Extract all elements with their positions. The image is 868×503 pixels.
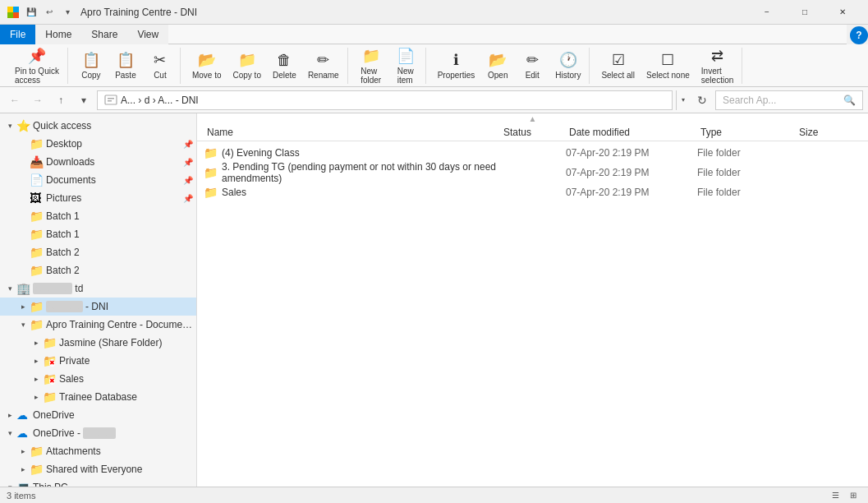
invert-button[interactable]: ⇄ Invertselection <box>696 48 738 84</box>
select-all-icon: ☑ <box>612 51 625 69</box>
rename-icon: ✏ <box>317 51 329 69</box>
paste-button[interactable]: 📋 Paste <box>109 48 142 84</box>
address-field[interactable]: A... › d › A... - DNI <box>97 90 673 110</box>
sidebar-item-trainee-db[interactable]: ▸ 📁 Trainee Database <box>0 388 196 406</box>
table-row[interactable]: 📁 Sales 07-Apr-20 2:19 PM File folder <box>197 182 868 202</box>
address-dropdown-button[interactable]: ▾ <box>676 90 689 110</box>
file-name-2: Sales <box>222 187 500 198</box>
undo-icon[interactable]: ↩ <box>43 6 56 19</box>
delete-button[interactable]: 🗑 Delete <box>268 48 301 84</box>
maximize-button[interactable]: □ <box>786 0 824 25</box>
copy-button[interactable]: 📋 Copy <box>75 48 108 84</box>
table-row[interactable]: 📁 3. Pending TG (pending payment or not … <box>197 163 868 182</box>
copy-to-button[interactable]: 📁 Copy to <box>228 48 266 84</box>
forward-button[interactable]: → <box>28 90 48 110</box>
sidebar-item-desktop[interactable]: 📁 Desktop 📌 <box>0 135 196 153</box>
batch1b-icon: 📁 <box>30 228 43 241</box>
minimize-button[interactable]: − <box>748 0 786 25</box>
tab-home[interactable]: Home <box>35 25 81 44</box>
sidebar-item-attachments[interactable]: ▸ 📁 Attachments <box>0 442 196 460</box>
select-none-button[interactable]: ☐ Select none <box>641 48 695 84</box>
jasmine-label: Jasmine (Share Folder) <box>59 337 193 348</box>
desktop-icon: 📁 <box>30 137 43 150</box>
large-icons-view-button[interactable]: ⊞ <box>845 488 861 503</box>
open-button[interactable]: 📂 Open <box>481 48 514 84</box>
sidebar-section-onedrive-masked[interactable]: ▾ ☁ OneDrive - ............ <box>0 424 196 442</box>
batch2b-label: Batch 2 <box>46 265 193 276</box>
sidebar-item-shared-everyone[interactable]: ▸ 📁 Shared with Everyone <box>0 460 196 478</box>
window-controls: − □ ✕ <box>748 0 861 25</box>
sidebar-item-batch2-a[interactable]: 📁 Batch 2 <box>0 243 196 261</box>
batch1a-label: Batch 1 <box>46 210 193 222</box>
ribbon-group-clipboard: 📌 Pin to Quickaccess <box>7 48 68 84</box>
status-item-count: 3 items <box>7 491 35 501</box>
sales-label: Sales <box>59 373 193 385</box>
recent-locations-button[interactable]: ▾ <box>74 90 94 110</box>
onedrive-masked-label: ............ <box>83 427 116 439</box>
sidebar-item-documents[interactable]: 📄 Documents 📌 <box>0 171 196 189</box>
batch2b-icon: 📁 <box>30 264 43 277</box>
properties-button[interactable]: ℹ Properties <box>433 48 480 84</box>
rename-button[interactable]: ✏ Rename <box>303 48 344 84</box>
sidebar-section-network-drive[interactable]: ▾ 🏢 A............ td <box>0 279 196 298</box>
file-list: 📁 (4) Evening Class 07-Apr-20 2:19 PM Fi… <box>197 141 868 487</box>
svg-rect-6 <box>108 100 112 102</box>
main-layout: ▾ ⭐ Quick access 📁 Desktop 📌 📥 Downloads… <box>0 113 868 487</box>
history-button[interactable]: 🕐 History <box>550 48 586 84</box>
sidebar-item-batch2-b[interactable]: 📁 Batch 2 <box>0 261 196 279</box>
col-header-name[interactable]: Name <box>204 127 500 138</box>
up-button[interactable]: ↑ <box>51 90 71 110</box>
details-view-button[interactable]: ☰ <box>827 488 843 503</box>
address-path: A... › d › A... - DNI <box>121 95 199 106</box>
cut-button[interactable]: ✂ Cut <box>144 48 177 84</box>
expand-onedrive-masked-icon: ▾ <box>3 429 16 437</box>
move-to-button[interactable]: 📂 Move to <box>187 48 227 84</box>
sidebar-section-onedrive[interactable]: ▸ ☁ OneDrive <box>0 406 196 424</box>
sidebar-section-this-pc[interactable]: ▾ 💻 This PC <box>0 478 196 487</box>
tab-file[interactable]: File <box>0 25 35 44</box>
tab-share[interactable]: Share <box>81 25 127 44</box>
col-header-size[interactable]: Size <box>796 127 861 138</box>
table-row[interactable]: 📁 (4) Evening Class 07-Apr-20 2:19 PM Fi… <box>197 143 868 163</box>
search-icon: 🔍 <box>843 95 856 106</box>
col-header-date[interactable]: Date modified <box>566 127 697 138</box>
col-header-type[interactable]: Type <box>697 127 796 138</box>
sidebar-item-dni[interactable]: ▸ 📁 A........... - DNI <box>0 298 196 316</box>
sidebar-item-apro-docs[interactable]: ▾ 📁 Apro Training Centre - Documents <box>0 316 196 334</box>
expand-network-drive-icon: ▾ <box>3 284 16 293</box>
sidebar-item-jasmine[interactable]: ▸ 📁 Jasmine (Share Folder) <box>0 334 196 352</box>
back-button[interactable]: ← <box>5 90 25 110</box>
sidebar-item-batch1-a[interactable]: 📁 Batch 1 <box>0 207 196 225</box>
tab-view[interactable]: View <box>127 25 168 44</box>
close-button[interactable]: ✕ <box>824 0 861 25</box>
col-header-status[interactable]: Status <box>500 127 566 138</box>
help-button[interactable]: ? <box>850 26 868 44</box>
file-date-2: 07-Apr-20 2:19 PM <box>566 187 697 198</box>
sidebar-section-quick-access[interactable]: ▾ ⭐ Quick access <box>0 117 196 135</box>
dropdown-icon[interactable]: ▾ <box>61 6 74 19</box>
new-item-button[interactable]: 📄 Newitem <box>389 48 422 84</box>
pictures-label: Pictures <box>46 192 183 204</box>
file-date-1: 07-Apr-20 2:19 PM <box>566 167 697 178</box>
search-field[interactable]: Search Ap... 🔍 <box>715 90 863 110</box>
quick-save-icon[interactable]: 💾 <box>25 6 38 19</box>
sidebar-item-sales[interactable]: ▸ 📁 ✖ Sales <box>0 370 196 388</box>
new-item-icon: 📄 <box>397 47 415 65</box>
open-icon: 📂 <box>489 51 507 69</box>
refresh-button[interactable]: ↻ <box>692 90 712 110</box>
file-type-2: File folder <box>697 187 796 198</box>
sidebar-item-downloads[interactable]: 📥 Downloads 📌 <box>0 153 196 171</box>
sidebar-item-pictures[interactable]: 🖼 Pictures 📌 <box>0 189 196 207</box>
folder-icon-2: 📁 <box>204 186 217 199</box>
expand-private-icon: ▸ <box>30 357 43 365</box>
sidebar-item-private[interactable]: ▸ 📁 ✖ Private <box>0 352 196 370</box>
edit-button[interactable]: ✏ Edit <box>516 48 549 84</box>
select-all-button[interactable]: ☑ Select all <box>596 48 640 84</box>
new-folder-button[interactable]: 📁 Newfolder <box>355 48 388 84</box>
batch1b-label: Batch 1 <box>46 228 193 240</box>
svg-rect-2 <box>7 12 13 18</box>
batch2a-label: Batch 2 <box>46 247 193 258</box>
status-bar: 3 items ☰ ⊞ <box>0 487 868 503</box>
sidebar-item-batch1-b[interactable]: 📁 Batch 1 <box>0 225 196 243</box>
pin-button[interactable]: 📌 Pin to Quickaccess <box>10 48 64 84</box>
